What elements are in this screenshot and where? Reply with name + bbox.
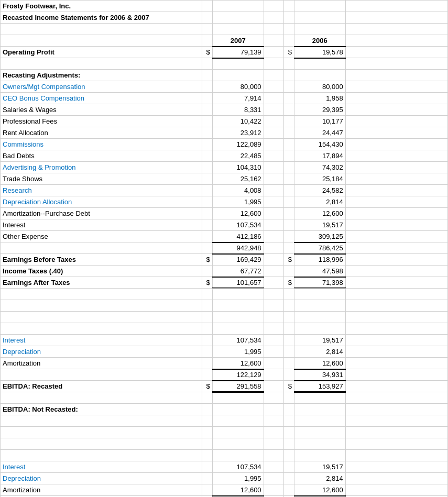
- ebitda-r-subtotal-2007: 122,129: [212, 369, 264, 381]
- ebitda-nr-interest-2006: 19,517: [294, 461, 345, 473]
- adj-val2006-0: 80,000: [294, 81, 345, 93]
- earnings-before-taxes-row: Earnings Before Taxes $ 169,429 $ 118,99…: [1, 254, 448, 266]
- adj-label-13: Other Expense: [1, 231, 202, 242]
- ebitda-recasted-amortization-row: Amortization 12,600 12,600: [1, 358, 448, 369]
- year-2007-header: 2007: [212, 35, 264, 47]
- adj-label-9: Research: [1, 185, 202, 196]
- ebt-sym-2006: $: [284, 254, 294, 266]
- income-taxes-row: Income Taxes (.40) 67,772 47,598: [1, 266, 448, 277]
- adj-val2007-9: 4,008: [212, 185, 264, 196]
- subtitle: Recasted Income Statements for 2006 & 20…: [1, 12, 202, 24]
- adjustment-row-12: Interest 107,534 19,517: [1, 219, 448, 231]
- ebitda-r-interest-label: Interest: [1, 335, 202, 346]
- ebt-sym-2007: $: [202, 254, 212, 266]
- ebitda-nr-amortization-label: Amortization: [1, 484, 202, 496]
- ebitda-nr-depreciation-2007: 1,995: [212, 473, 264, 484]
- adj-val2007-8: 25,162: [212, 173, 264, 185]
- adj-val2006-8: 25,184: [294, 173, 345, 185]
- ebitda-recasted-sym-2007: $: [202, 381, 212, 392]
- adj-total-2007: 942,948: [212, 242, 264, 254]
- adj-label-6: Bad Debts: [1, 150, 202, 162]
- op-val-2007: 79,139: [212, 47, 264, 58]
- ebitda-nr-interest-row: Interest 107,534 19,517: [1, 461, 448, 473]
- ebitda-nr-amortization-2007: 12,600: [212, 484, 264, 496]
- ebitda-r-depreciation-2006: 2,814: [294, 346, 345, 358]
- adj-val2007-2: 8,331: [212, 104, 264, 116]
- adjustment-row-3: Professional Fees 10,422 10,177: [1, 116, 448, 127]
- adj-label-7: Advertising & Promotion: [1, 162, 202, 173]
- adj-val2006-6: 17,894: [294, 150, 345, 162]
- adj-val2006-1: 1,958: [294, 93, 345, 104]
- spreadsheet-table: Frosty Footwear, Inc. Recasted Income St…: [0, 0, 448, 497]
- adj-val2007-0: 80,000: [212, 81, 264, 93]
- adj-label-1: CEO Bonus Compensation: [1, 93, 202, 104]
- adj-val2007-4: 23,912: [212, 127, 264, 139]
- adjustment-row-11: Amortization--Purchase Debt 12,600 12,60…: [1, 208, 448, 219]
- adjustment-row-9: Research 4,008 24,582: [1, 185, 448, 196]
- ebitda-recasted-total-row: EBITDA: Recasted $ 291,558 $ 153,927: [1, 381, 448, 392]
- adj-val2006-11: 12,600: [294, 208, 345, 219]
- adjustment-row-8: Trade Shows 25,162 25,184: [1, 173, 448, 185]
- op-sym-2006: $: [284, 47, 294, 58]
- adj-label-0: Owners/Mgt Compensation: [1, 81, 202, 93]
- adjustment-row-2: Salaries & Wages 8,331 29,395: [1, 104, 448, 116]
- ebitda-nr-interest-2007: 107,534: [212, 461, 264, 473]
- income-taxes-val-2007: 67,772: [212, 266, 264, 277]
- ebitda-r-amortization-2007: 12,600: [212, 358, 264, 369]
- earnings-after-taxes-row: Earnings After Taxes $ 101,657 $ 71,398: [1, 277, 448, 289]
- ebitda-recasted-depreciation-row: Depreciation 1,995 2,814: [1, 346, 448, 358]
- op-val-2006: 19,578: [294, 47, 345, 58]
- adjustment-row-4: Rent Allocation 23,912 24,447: [1, 127, 448, 139]
- ebitda-recasted-label: EBITDA: Recasted: [1, 381, 202, 392]
- recasting-adjustments-label: Recasting Adjustments:: [1, 70, 202, 81]
- adj-val2007-12: 107,534: [212, 219, 264, 231]
- ebt-val-2006: 118,996: [294, 254, 345, 266]
- ebitda-recasted-interest-row: Interest 107,534 19,517: [1, 335, 448, 346]
- adj-label-11: Amortization--Purchase Debt: [1, 208, 202, 219]
- adj-label-10: Depreciation Allocation: [1, 196, 202, 208]
- eat-sym-2006: $: [284, 277, 294, 289]
- adj-val2007-7: 104,310: [212, 162, 264, 173]
- ebitda-nr-depreciation-label: Depreciation: [1, 473, 202, 484]
- year-2006-header: 2006: [294, 35, 345, 47]
- eat-val-2007: 101,657: [212, 277, 264, 289]
- adjustment-row-7: Advertising & Promotion 104,310 74,302: [1, 162, 448, 173]
- adj-val2007-10: 1,995: [212, 196, 264, 208]
- adj-total-2006: 786,425: [294, 242, 345, 254]
- ebitda-r-interest-2006: 19,517: [294, 335, 345, 346]
- adj-val2006-9: 24,582: [294, 185, 345, 196]
- adj-label-8: Trade Shows: [1, 173, 202, 185]
- ebitda-not-recasted-header-row: EBITDA: Not Recasted:: [1, 404, 448, 415]
- adj-val2007-3: 10,422: [212, 116, 264, 127]
- ebitda-r-amortization-label: Amortization: [1, 358, 202, 369]
- adjustment-row-5: Commissions 122,089 154,430: [1, 139, 448, 150]
- ebt-val-2007: 169,429: [212, 254, 264, 266]
- adj-label-12: Interest: [1, 219, 202, 231]
- ebitda-not-recasted-header: EBITDA: Not Recasted:: [1, 404, 202, 415]
- adj-label-2: Salaries & Wages: [1, 104, 202, 116]
- adjustment-row-13: Other Expense 412,186 309,125: [1, 231, 448, 242]
- adj-label-3: Professional Fees: [1, 116, 202, 127]
- eat-sym-2007: $: [202, 277, 212, 289]
- adj-val2006-7: 74,302: [294, 162, 345, 173]
- adj-val2006-3: 10,177: [294, 116, 345, 127]
- ebitda-recasted-val-2007: 291,558: [212, 381, 264, 392]
- adj-val2006-2: 29,395: [294, 104, 345, 116]
- adj-val2007-11: 12,600: [212, 208, 264, 219]
- adj-val2007-6: 22,485: [212, 150, 264, 162]
- adj-label-5: Commissions: [1, 139, 202, 150]
- ebitda-recasted-val-2006: 153,927: [294, 381, 345, 392]
- ebitda-r-interest-2007: 107,534: [212, 335, 264, 346]
- adjustment-row-10: Depreciation Allocation 1,995 2,814: [1, 196, 448, 208]
- adjustment-row-0: Owners/Mgt Compensation 80,000 80,000: [1, 81, 448, 93]
- ebitda-nr-depreciation-row: Depreciation 1,995 2,814: [1, 473, 448, 484]
- adj-val2007-5: 122,089: [212, 139, 264, 150]
- adjustments-total-row: 942,948 786,425: [1, 242, 448, 254]
- op-sym-2007: $: [202, 47, 212, 58]
- eat-val-2006: 71,398: [294, 277, 345, 289]
- ebitda-recasted-sym-2006: $: [284, 381, 294, 392]
- ebt-label: Earnings Before Taxes: [1, 254, 202, 266]
- adjustment-row-6: Bad Debts 22,485 17,894: [1, 150, 448, 162]
- adj-val2006-5: 154,430: [294, 139, 345, 150]
- ebitda-nr-interest-label: Interest: [1, 461, 202, 473]
